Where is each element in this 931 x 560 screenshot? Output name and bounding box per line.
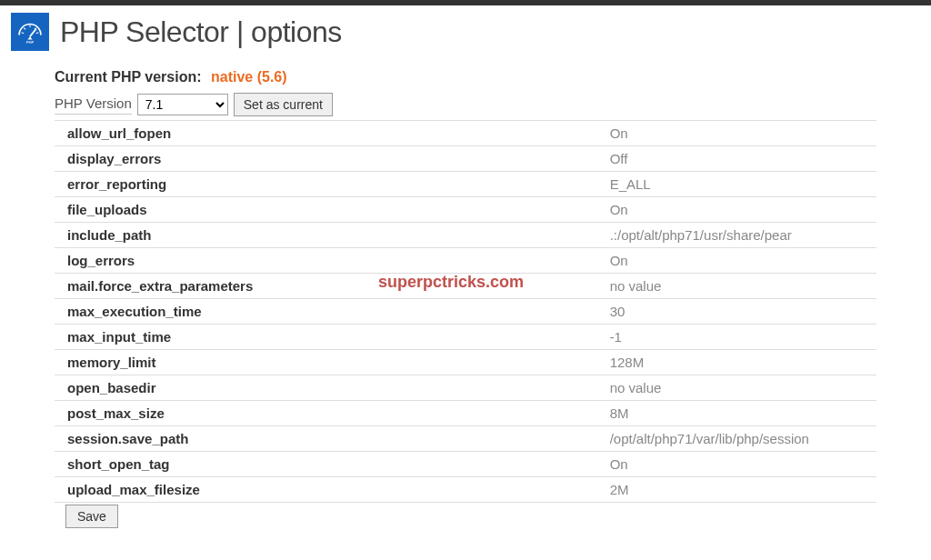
option-value[interactable]: 8M — [597, 401, 876, 426]
option-value[interactable]: /opt/alt/php71/var/lib/php/session — [597, 426, 876, 452]
option-name: short_open_tag — [55, 452, 597, 477]
option-value[interactable]: On — [597, 197, 876, 223]
option-value[interactable]: On — [597, 452, 876, 477]
option-value[interactable]: On — [597, 248, 876, 274]
current-version-value: native (5.6) — [211, 69, 287, 85]
content-area: Current PHP version: native (5.6) PHP Ve… — [0, 55, 931, 528]
option-value[interactable]: On — [597, 121, 876, 146]
option-row: max_input_time-1 — [55, 325, 876, 350]
option-row: log_errorsOn — [55, 248, 876, 274]
header: PHP PHP Selector | options — [0, 5, 931, 55]
option-row: open_basedirno value — [55, 375, 876, 401]
option-name: memory_limit — [55, 350, 597, 375]
option-row: post_max_size8M — [55, 401, 876, 426]
option-name: max_execution_time — [55, 299, 597, 325]
option-row: include_path.:/opt/alt/php71/usr/share/p… — [55, 223, 876, 248]
option-value[interactable]: 128M — [597, 350, 876, 375]
svg-line-0 — [22, 33, 25, 34]
php-gauge-icon: PHP — [11, 13, 49, 51]
option-name: include_path — [55, 223, 597, 248]
option-row: memory_limit128M — [55, 350, 876, 375]
option-value[interactable]: .:/opt/alt/php71/usr/share/pear — [597, 223, 876, 248]
option-name: open_basedir — [55, 375, 597, 401]
option-value[interactable]: Off — [597, 146, 876, 172]
svg-line-1 — [24, 28, 25, 30]
save-button[interactable]: Save — [65, 505, 118, 528]
option-name: mail.force_extra_parameters — [55, 274, 597, 299]
option-name: display_errors — [55, 146, 597, 172]
option-name: session.save_path — [55, 426, 597, 452]
option-value[interactable]: no value — [597, 375, 876, 401]
option-value[interactable]: 30 — [597, 299, 876, 325]
option-name: error_reporting — [55, 172, 597, 197]
svg-line-6 — [30, 29, 36, 36]
current-php-version: Current PHP version: native (5.6) — [55, 69, 876, 85]
php-version-select[interactable]: 7.1 — [137, 94, 228, 115]
option-row: max_execution_time30 — [55, 299, 876, 325]
option-row: display_errorsOff — [55, 146, 876, 172]
option-value[interactable]: 2M — [597, 477, 876, 503]
current-version-label: Current PHP version: — [55, 69, 202, 85]
option-row: file_uploadsOn — [55, 197, 876, 223]
option-row: allow_url_fopenOn — [55, 121, 876, 146]
option-row: mail.force_extra_parametersno value — [55, 274, 876, 299]
svg-line-4 — [36, 33, 39, 34]
option-name: max_input_time — [55, 325, 597, 350]
option-row: upload_max_filesize2M — [55, 477, 876, 503]
set-as-current-button[interactable]: Set as current — [234, 93, 333, 116]
version-selector-row: PHP Version 7.1 Set as current — [55, 93, 876, 120]
option-row: session.save_path/opt/alt/php71/var/lib/… — [55, 426, 876, 452]
save-row: Save — [55, 502, 876, 528]
page-title: PHP Selector | options — [60, 15, 342, 49]
option-value[interactable]: E_ALL — [597, 172, 876, 197]
svg-text:PHP: PHP — [26, 40, 35, 45]
option-row: short_open_tagOn — [55, 452, 876, 477]
option-row: error_reportingE_ALL — [55, 172, 876, 197]
php-version-label: PHP Version — [55, 95, 132, 115]
option-name: log_errors — [55, 248, 597, 274]
option-value[interactable]: -1 — [597, 325, 876, 350]
php-options-table: allow_url_fopenOndisplay_errorsOfferror_… — [55, 120, 876, 502]
option-name: post_max_size — [55, 401, 597, 426]
option-name: allow_url_fopen — [55, 121, 597, 146]
option-name: file_uploads — [55, 197, 597, 223]
option-value[interactable]: no value — [597, 274, 876, 299]
option-name: upload_max_filesize — [55, 477, 597, 503]
